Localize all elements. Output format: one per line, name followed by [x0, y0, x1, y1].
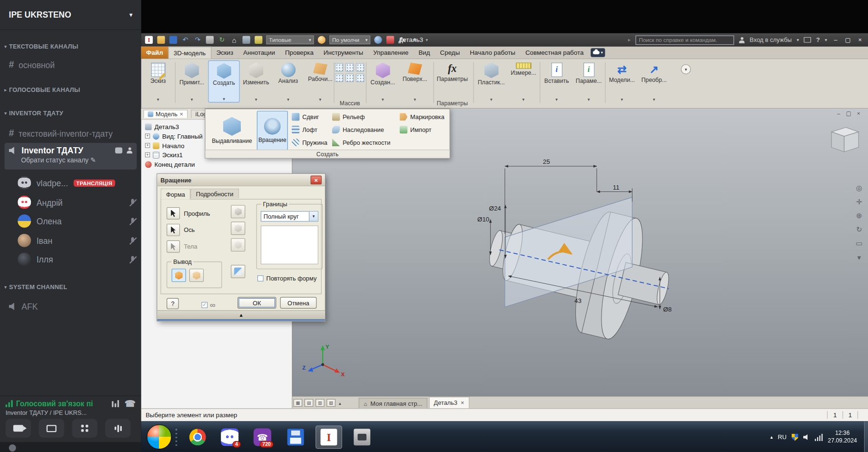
tab-get-started[interactable]: Начало работы [465, 47, 521, 59]
pan-icon[interactable]: ✛ [856, 198, 862, 206]
ribbon-button-create[interactable]: Создать ▾ [208, 60, 239, 102]
ribbon-options-button[interactable]: ▾ [681, 64, 691, 74]
disconnect-call-icon[interactable]: ☎ [125, 398, 136, 409]
split-vertical-icon[interactable]: ▧ [326, 399, 335, 407]
boolean-intersect-button[interactable] [231, 238, 245, 251]
inventor-logo-icon[interactable]: I [145, 35, 154, 44]
tab-annotations[interactable]: Аннотации [238, 47, 280, 59]
update-icon[interactable]: ↻ [217, 35, 227, 44]
clock[interactable]: 12:36 27.09.2024 [828, 430, 857, 445]
profile-select-button[interactable]: Профиль [167, 207, 210, 220]
mirror-icon[interactable] [356, 63, 364, 71]
show-desktop-button[interactable] [864, 422, 868, 452]
sketch-pattern-icon[interactable] [335, 74, 343, 82]
save-icon[interactable] [169, 35, 178, 44]
style-combo[interactable]: Типовые ▾ [266, 35, 314, 44]
volume-icon[interactable] [803, 434, 810, 440]
tab-collaborate[interactable]: Совместная работа [520, 47, 588, 59]
doc-tab-detail3[interactable]: Деталь3 × [429, 397, 469, 408]
expander-icon[interactable]: + [145, 133, 150, 138]
member-row[interactable]: Іван [18, 231, 137, 249]
pattern-icon[interactable] [356, 74, 364, 82]
browser-tab-model[interactable]: Модель × [143, 110, 187, 118]
tile-windows-icon[interactable]: ▦ [294, 399, 303, 407]
chevron-down-icon[interactable]: ▾ [423, 35, 432, 44]
axis-select-button[interactable]: Ось [167, 224, 195, 236]
settings-icon[interactable] [374, 35, 383, 44]
language-indicator[interactable]: RU [778, 434, 786, 441]
cart-icon[interactable] [804, 37, 811, 43]
dialog-tab-shape[interactable]: Форма [160, 189, 190, 200]
channel-osnovnoy[interactable]: # основной [4, 57, 137, 73]
section-voice-channels[interactable]: ▸ ГОЛОСОВЫЕ КАНАЛЫ [4, 86, 80, 93]
flyout-revolve-button[interactable]: Вращение [257, 111, 288, 151]
print-icon[interactable] [206, 35, 215, 44]
doc-close-button[interactable]: × [855, 110, 862, 116]
member-row[interactable]: vladpe... ТРАНСЛЯЦІЯ [18, 174, 137, 191]
tree-item-end-of-part[interactable]: Конец детали [141, 160, 292, 169]
taskbar-save-app[interactable] [282, 425, 309, 449]
flyout-decal[interactable]: Маркировка [400, 111, 444, 122]
tab-inspect[interactable]: Проверка [280, 47, 318, 59]
close-icon[interactable]: × [179, 111, 183, 118]
section-inventor[interactable]: ▾ INVENTOR ТДАТУ [4, 110, 63, 116]
voice-channel-inventor[interactable]: Inventor ТДАТУ Обрати статус каналу ✎ [4, 143, 137, 170]
channel-text-inventor[interactable]: # текстовий-inventor-тдату [4, 125, 137, 142]
circular-pattern-icon[interactable] [345, 63, 354, 71]
maximize-button[interactable]: ▢ [844, 36, 851, 43]
split-horizontal-icon[interactable]: ▥ [316, 399, 325, 407]
ribbon-button-freeform[interactable]: Создан... ▾ [367, 60, 398, 102]
repeat-shape-checkbox[interactable]: Повторять форму [257, 275, 316, 281]
orbit-icon[interactable]: ↻ [856, 225, 862, 233]
extents-combo[interactable]: Полный круг ▾ [261, 211, 318, 221]
soundboard-button[interactable] [105, 419, 131, 438]
search-input[interactable]: Поиск по справке и командам. [636, 35, 734, 45]
preview-toggle[interactable]: ✓ ∞ [201, 300, 215, 309]
doc-restore-button[interactable]: ▢ [845, 110, 852, 116]
voice-activity-icon[interactable] [112, 400, 119, 407]
flyout-import[interactable]: Импорт [400, 124, 432, 135]
activities-button[interactable] [72, 419, 98, 438]
camera-button[interactable] [6, 419, 31, 438]
look-at-icon[interactable]: ▭ [856, 240, 862, 248]
appearance-combo[interactable]: По умолчи ▾ [329, 35, 370, 44]
start-button[interactable] [147, 424, 171, 449]
rectangular-pattern-icon[interactable] [335, 63, 343, 71]
close-button[interactable]: × [857, 36, 864, 43]
sign-in-label[interactable]: Вход в службы [750, 37, 791, 43]
open-file-icon[interactable] [157, 35, 166, 44]
ribbon-button-simulation[interactable]: ⇄ Модели... ▾ [606, 60, 638, 102]
ribbon-button-surface[interactable]: Поверх... ▾ [399, 60, 431, 102]
tab-environments[interactable]: Среды [435, 47, 465, 59]
flyout-sweep[interactable]: Сдвиг [292, 111, 319, 122]
tab-sketch[interactable]: Эскиз [211, 47, 238, 59]
taskbar-cad-app[interactable] [349, 425, 375, 449]
doc-minimize-button[interactable]: – [835, 110, 842, 116]
extents-list[interactable] [261, 225, 318, 264]
ribbon-button-measure[interactable]: Измере... ▾ [508, 60, 539, 102]
cascade-windows-icon[interactable]: ▤ [305, 399, 314, 407]
section-text-channels[interactable]: ▾ ТЕКСТОВЫЕ КАНАЛЫ [4, 43, 78, 50]
tab-file[interactable]: Файл [141, 47, 168, 59]
expander-icon[interactable]: + [145, 143, 150, 148]
member-row[interactable]: Олена [18, 212, 137, 230]
output-solid-toggle[interactable] [172, 269, 186, 282]
color-icon[interactable] [386, 35, 395, 44]
material-ball-icon[interactable] [317, 35, 326, 44]
ribbon-button-analysis[interactable]: Анализ ▾ [272, 60, 304, 102]
channel-afk[interactable]: AFK [4, 298, 137, 315]
expander-icon[interactable]: + [145, 152, 150, 157]
flyout-footer[interactable]: Создать [206, 150, 450, 158]
dialog-titlebar[interactable]: Вращение × [157, 174, 325, 186]
ribbon-button-insert[interactable]: i Вставить ▾ [541, 60, 572, 102]
ribbon-button-work-features[interactable]: Рабочи... ▾ [305, 60, 336, 102]
member-row[interactable]: Андрій [18, 193, 137, 211]
ribbon-button-parameters[interactable]: fx Параметры [435, 60, 469, 102]
ribbon-button-primitive[interactable]: Примит... ▾ [176, 60, 207, 102]
doc-tab-home[interactable]: ⌂ Моя главная стр... [359, 398, 427, 408]
dialog-close-button[interactable]: × [311, 175, 322, 184]
flyout-rib[interactable]: Ребро жесткости [332, 137, 390, 148]
view-cube[interactable] [831, 128, 858, 152]
camera-view-icon[interactable] [242, 35, 251, 44]
measure-icon[interactable] [254, 35, 263, 44]
